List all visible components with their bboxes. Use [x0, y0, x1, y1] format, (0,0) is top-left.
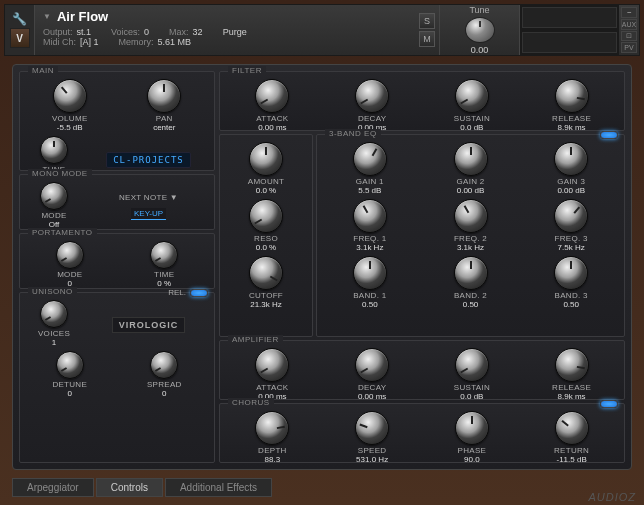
chorus-led[interactable] [600, 400, 618, 408]
mono-title: MONO MODE [28, 169, 92, 178]
reso-value: 0.0 % [256, 243, 276, 252]
filter-decay-knob[interactable] [355, 79, 389, 113]
band2-knob[interactable] [454, 256, 488, 290]
mono-mode-section: MONO MODE MODEOff NEXT NOTE ▼ KEY-UP [19, 174, 215, 230]
purge-label[interactable]: Purge [223, 27, 247, 37]
tune-label: Tune [469, 5, 489, 15]
wrench-icon[interactable]: 🔧 [12, 12, 27, 26]
tab-controls[interactable]: Controls [96, 478, 163, 497]
instrument-header: 🔧 V ▼ Air Flow Output:st.1 Voices:0 Max:… [4, 4, 640, 56]
portamento-time-knob[interactable] [150, 241, 178, 269]
v-icon: V [10, 28, 30, 48]
freq1-knob[interactable] [353, 199, 387, 233]
mute-button[interactable]: M [419, 31, 435, 47]
amount-value: 0.0 % [256, 186, 276, 195]
band3-knob[interactable] [554, 256, 588, 290]
gain3-knob[interactable] [554, 142, 588, 176]
midi-value[interactable]: [A] 1 [80, 37, 99, 47]
filter-attack-value: 0.00 ms [258, 123, 286, 132]
memory-label: Memory: [119, 37, 154, 47]
pv-button[interactable]: PV [621, 42, 637, 53]
next-note-dropdown[interactable]: KEY-UP [131, 208, 166, 220]
keyboard-range[interactable] [522, 32, 617, 53]
midi-label: Midi Ch: [43, 37, 76, 47]
header-left: 🔧 V [5, 5, 35, 55]
main-tune-knob[interactable] [40, 136, 68, 164]
minimize-button[interactable]: ‒ [621, 7, 637, 18]
mono-mode-knob[interactable] [40, 182, 68, 210]
freq3-value: 7.5k Hz [558, 243, 585, 252]
main-title: MAIN [28, 66, 58, 75]
freq2-knob[interactable] [454, 199, 488, 233]
gain2-knob[interactable] [454, 142, 488, 176]
solo-button[interactable]: S [419, 13, 435, 29]
chorus-phase-value: 90.0 [464, 455, 480, 464]
lcd-display: CL-PROJECTS [106, 152, 191, 168]
filter-sustain-value: 0.0 dB [460, 123, 483, 132]
gain1-knob[interactable] [353, 142, 387, 176]
rel-led[interactable] [190, 289, 208, 297]
filter-extras-section: AMOUNT0.0 % RESO0.0 % CUTOFF21.3k Hz [219, 134, 313, 337]
filter-attack-knob[interactable] [255, 79, 289, 113]
aux-button[interactable]: AUX [621, 19, 637, 30]
amp-decay-knob[interactable] [355, 348, 389, 382]
gain3-value: 0.00 dB [557, 186, 585, 195]
gain2-value: 0.00 dB [457, 186, 485, 195]
max-label: Max: [169, 27, 189, 37]
max-value[interactable]: 32 [193, 27, 203, 37]
amp-sustain-value: 0.0 dB [460, 392, 483, 401]
unisono-voices-value: 1 [52, 338, 56, 347]
amplifier-title: AMPLIFIER [228, 335, 283, 344]
expand-button[interactable]: ⊡ [621, 31, 637, 42]
reso-knob[interactable] [249, 199, 283, 233]
unisono-voices-knob[interactable] [40, 300, 68, 328]
filter-title: FILTER [228, 66, 266, 75]
filter-release-knob[interactable] [555, 79, 589, 113]
cutoff-value: 21.3k Hz [250, 300, 282, 309]
output-label: Output: [43, 27, 73, 37]
rel-label: REL. [168, 288, 186, 297]
chorus-phase-knob[interactable] [455, 411, 489, 445]
main-panel: MAIN VOLUME-5.5 dB PANcenter TUNE0.00 CL… [12, 64, 632, 470]
filter-sustain-knob[interactable] [455, 79, 489, 113]
chorus-section: CHORUS DEPTH88.3 SPEED531.0 Hz PHASE90.0… [219, 403, 625, 463]
amp-attack-knob[interactable] [255, 348, 289, 382]
output-value[interactable]: st.1 [77, 27, 92, 37]
filter-section: FILTER ATTACK0.00 ms DECAY0.00 ms SUSTAI… [219, 71, 625, 131]
tab-additional-effects[interactable]: Additional Effects [165, 478, 272, 497]
band2-value: 0.50 [463, 300, 479, 309]
chorus-speed-knob[interactable] [355, 411, 389, 445]
left-column: MAIN VOLUME-5.5 dB PANcenter TUNE0.00 CL… [19, 71, 215, 463]
volume-value: -5.5 dB [57, 123, 83, 132]
header-main: ▼ Air Flow Output:st.1 Voices:0 Max:32 P… [35, 5, 415, 55]
pan-knob[interactable] [147, 79, 181, 113]
tune-knob[interactable] [465, 17, 495, 43]
watermark: AUDIOZ [588, 491, 636, 503]
amp-release-knob[interactable] [555, 348, 589, 382]
brand-label: VIROLOGIC [112, 317, 186, 333]
detune-knob[interactable] [56, 351, 84, 379]
pan-value: center [153, 123, 175, 132]
band3-value: 0.50 [563, 300, 579, 309]
unisono-section: UNISONO REL. VOICES1 VIROLOGIC DETUNE0 S… [19, 292, 215, 463]
amp-sustain-knob[interactable] [455, 348, 489, 382]
band1-knob[interactable] [353, 256, 387, 290]
eq-led[interactable] [600, 131, 618, 139]
volume-knob[interactable] [53, 79, 87, 113]
spread-knob[interactable] [150, 351, 178, 379]
cutoff-knob[interactable] [249, 256, 283, 290]
memory-value: 5.61 MB [158, 37, 192, 47]
chorus-return-knob[interactable] [555, 411, 589, 445]
preset-name[interactable]: Air Flow [57, 9, 108, 24]
portamento-mode-knob[interactable] [56, 241, 84, 269]
tune-value: 0.00 [471, 45, 489, 55]
plugin-frame: 🔧 V ▼ Air Flow Output:st.1 Voices:0 Max:… [0, 0, 644, 505]
portamento-time-value: 0 % [157, 279, 171, 288]
amount-knob[interactable] [249, 142, 283, 176]
chorus-depth-knob[interactable] [255, 411, 289, 445]
freq3-knob[interactable] [554, 199, 588, 233]
expand-icon[interactable]: ▼ [43, 12, 51, 21]
chorus-depth-value: 88.3 [265, 455, 281, 464]
level-meter [522, 7, 617, 28]
tab-arpeggiator[interactable]: Arpeggiator [12, 478, 94, 497]
